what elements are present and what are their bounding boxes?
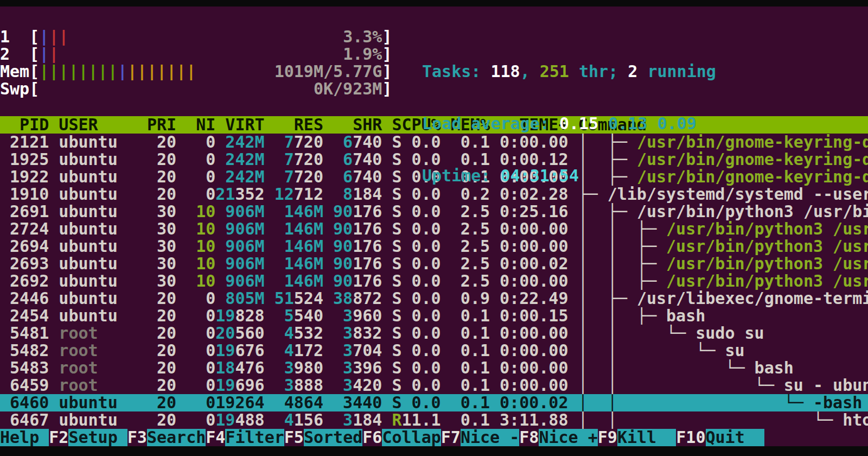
virt-megabytes: 805M [225, 290, 264, 307]
table-row[interactable]: 2692 ubuntu 30 10 906M 146M 90176 S 0.0 … [0, 273, 868, 290]
table-row[interactable]: 6467 ubuntu 20 0 19488 4156 3184 R 11.1 … [0, 411, 868, 429]
fn-kill-button[interactable]: Kill [617, 429, 676, 446]
fn-help-button[interactable]: Help [0, 429, 49, 446]
shr-kilobytes: 740 [353, 168, 382, 186]
table-row[interactable]: 2446 ubuntu 20 0 805M 51524 38872 S 0.0 … [0, 290, 868, 307]
column-header-state[interactable]: S [382, 116, 401, 134]
table-row[interactable]: 2693 ubuntu 30 10 906M 146M 90176 S 0.0 … [0, 255, 868, 273]
user-cell: root [49, 377, 147, 394]
priority-cell: 20 [147, 307, 176, 325]
user-cell: root [49, 325, 147, 342]
priority-cell: 30 [147, 255, 176, 273]
priority-cell: 20 [147, 359, 176, 377]
table-row[interactable]: 5482 root 20 0 19676 4172 3704 S 0.0 0.1… [0, 342, 868, 359]
virt-megabytes: 20 [215, 325, 235, 342]
virt-megabytes: 906M [225, 273, 264, 290]
meter-bar: | [118, 63, 127, 80]
state-cell: S [382, 342, 401, 359]
table-row[interactable]: 5483 root 20 0 18476 3980 3396 S 0.0 0.1… [0, 359, 868, 377]
meter-bar: | [49, 46, 59, 63]
fn-nice--button[interactable]: Nice + [539, 429, 597, 446]
state-cell: S [382, 290, 401, 307]
cpu2-meter-value: 1.9% [343, 46, 382, 63]
mem-percent-cell: 0.1 [441, 342, 490, 359]
cpu-percent-cell: 0.0 [401, 359, 441, 377]
column-header-pid[interactable]: PID [0, 116, 49, 134]
virt-cell: 906M [215, 203, 264, 220]
load-one: 0.15 [559, 114, 598, 133]
command-cell: │ │ └─ su [568, 342, 868, 359]
res-megabytes: 12 [275, 186, 294, 203]
res-cell: 3888 [265, 377, 323, 394]
table-row[interactable]: 6459 root 20 0 19696 3888 3420 S 0.0 0.1… [0, 377, 868, 394]
fn-sorted-button[interactable]: Sorted [304, 429, 362, 446]
table-row[interactable]: 2454 ubuntu 20 0 19828 5540 3960 S 0.0 0… [0, 307, 868, 325]
table-row[interactable]: 5481 root 20 0 20560 4532 3832 S 0.0 0.1… [0, 325, 868, 342]
column-header-pri[interactable]: PRI [147, 116, 176, 134]
column-header-user[interactable]: USER [49, 116, 147, 134]
res-kilobytes: 540 [294, 307, 323, 325]
shr-cell: 90176 [323, 203, 382, 220]
command-cell: │ │ └─ su - ubun [568, 377, 868, 394]
meter-bar: | [68, 63, 78, 80]
user-cell: ubuntu [49, 273, 147, 290]
table-row[interactable]: 6460 ubuntu 20 0 19264 4864 3440 S 0.0 0… [0, 394, 868, 411]
virt-megabytes: 906M [225, 238, 264, 255]
meter-bar: | [167, 63, 176, 80]
htop-header-area: 1[|||3.3%] 2[||1.9%] Mem[|||||||||||||||… [0, 7, 868, 116]
fn-collap-button[interactable]: Collap [382, 429, 441, 446]
column-header-ni[interactable]: NI [176, 116, 215, 134]
pid-cell: 1922 [0, 168, 49, 186]
mem-percent-cell: 2.5 [441, 238, 490, 255]
running-label: running [637, 62, 716, 81]
res-cell: 4156 [265, 411, 323, 429]
state-cell: S [382, 203, 401, 220]
nice-cell: 10 [176, 273, 215, 290]
priority-cell: 20 [147, 377, 176, 394]
shr-megabytes: 38 [333, 290, 353, 307]
res-cell: 7720 [265, 151, 323, 168]
fn-quit-button[interactable]: Quit [706, 429, 764, 446]
meter-bar: | [157, 63, 167, 80]
res-cell: 4532 [265, 325, 323, 342]
fn-search-button[interactable]: Search [147, 429, 206, 446]
cpu1-meter-value: 3.3% [343, 28, 382, 46]
virt-kilobytes: 828 [235, 307, 264, 325]
shr-cell: 90176 [323, 238, 382, 255]
state-cell: S [382, 255, 401, 273]
fn-filter-button[interactable]: Filter [225, 429, 284, 446]
column-header-virt[interactable]: VIRT [215, 116, 264, 134]
shr-megabytes: 90 [333, 255, 353, 273]
tree-lines: │ │ ├─ [578, 273, 667, 290]
shr-cell: 3960 [323, 307, 382, 325]
shr-megabytes: 3 [343, 394, 353, 411]
meter-bar: | [49, 63, 59, 80]
fn-setup-button[interactable]: Setup [68, 429, 127, 446]
column-header-res[interactable]: RES [265, 116, 323, 134]
shr-kilobytes: 740 [353, 151, 382, 168]
res-kilobytes: 172 [294, 342, 323, 359]
cpu-percent-cell: 0.0 [401, 255, 441, 273]
command-text: /usr/bin/python3 /usr [666, 255, 868, 273]
user-cell: ubuntu [49, 255, 147, 273]
tree-lines: │ │ └─ [578, 359, 755, 377]
res-kilobytes: 720 [294, 151, 323, 168]
pid-cell: 5482 [0, 342, 49, 359]
meter-bar: | [176, 63, 186, 80]
pid-cell: 1910 [0, 186, 49, 203]
nice-cell: 0 [176, 411, 215, 429]
terminal-bottom-edge [0, 446, 868, 456]
res-kilobytes: 156 [294, 411, 323, 429]
res-kilobytes: 524 [294, 290, 323, 307]
virt-megabytes: 242M [225, 168, 264, 186]
res-kilobytes: 720 [294, 134, 323, 151]
fn-nice--button[interactable]: Nice - [461, 429, 519, 446]
column-header-shr[interactable]: SHR [323, 116, 382, 134]
priority-cell: 20 [147, 411, 176, 429]
virt-cell: 906M [215, 255, 264, 273]
virt-kilobytes: 488 [235, 411, 264, 429]
virt-cell: 805M [215, 290, 264, 307]
table-row[interactable]: 2694 ubuntu 30 10 906M 146M 90176 S 0.0 … [0, 238, 868, 255]
priority-cell: 20 [147, 325, 176, 342]
table-row[interactable]: 2724 ubuntu 30 10 906M 146M 90176 S 0.0 … [0, 220, 868, 238]
